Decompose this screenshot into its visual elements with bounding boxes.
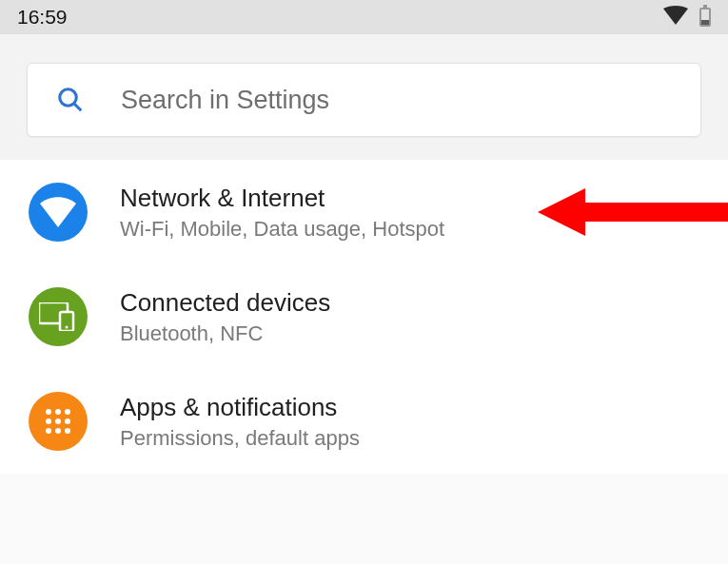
item-subtitle: Bluetooth, NFC [120,321,330,346]
settings-item-apps[interactable]: Apps & notifications Permissions, defaul… [0,369,728,474]
item-subtitle: Wi-Fi, Mobile, Data usage, Hotspot [120,217,444,242]
item-title: Apps & notifications [120,393,360,422]
svg-marker-2 [538,188,728,236]
svg-point-12 [46,428,51,434]
settings-list: Network & Internet Wi-Fi, Mobile, Data u… [0,160,728,474]
annotation-arrow [538,184,728,241]
svg-point-14 [65,428,70,434]
svg-point-10 [55,418,61,424]
status-bar: 16:59 [0,0,728,34]
status-time: 16:59 [17,6,68,29]
wifi-status-icon [663,6,688,29]
status-icons [663,6,711,29]
devices-icon [29,287,88,346]
settings-item-connected-devices[interactable]: Connected devices Bluetooth, NFC [0,264,728,369]
search-placeholder: Search in Settings [121,86,329,115]
svg-point-7 [55,409,61,415]
svg-point-5 [66,326,69,329]
svg-point-0 [60,89,77,107]
item-title: Network & Internet [120,184,444,213]
svg-point-8 [65,409,70,415]
wifi-icon [29,183,88,242]
svg-point-11 [65,418,70,424]
svg-point-6 [46,409,51,415]
search-section: Search in Settings [0,34,728,160]
svg-line-1 [74,104,82,111]
item-subtitle: Permissions, default apps [120,426,360,451]
svg-point-13 [55,428,61,434]
item-text: Connected devices Bluetooth, NFC [120,288,330,346]
battery-status-icon [699,8,711,27]
search-icon [56,86,85,114]
settings-item-network[interactable]: Network & Internet Wi-Fi, Mobile, Data u… [0,160,728,264]
item-title: Connected devices [120,288,330,318]
search-bar[interactable]: Search in Settings [27,63,701,137]
item-text: Apps & notifications Permissions, defaul… [120,393,360,451]
svg-point-9 [46,418,51,424]
item-text: Network & Internet Wi-Fi, Mobile, Data u… [120,184,444,242]
apps-icon [29,392,88,451]
